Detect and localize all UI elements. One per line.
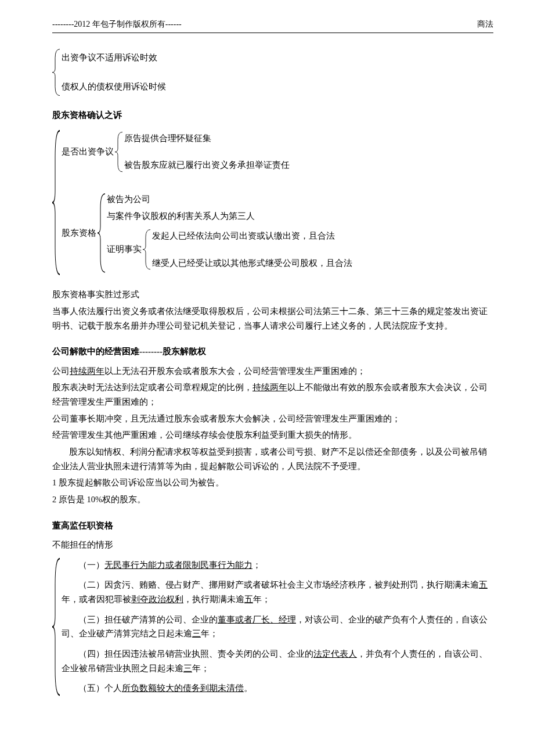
list-item: （二）因贪污、贿赂、侵占财产、挪用财产或者破坏社会主义市场经济秩序，被判处刑罚，…	[62, 578, 493, 606]
brace-icon	[143, 229, 151, 270]
header-right: 商法	[477, 17, 493, 31]
section-heading: 公司解散中的经营困难--------股东解散权	[52, 344, 493, 359]
row-proof: 证明事实 发起人已经依法向公司出资或认缴出资，且合法 继受人已经受让或以其他形式…	[107, 225, 352, 273]
text-line: 1 股东提起解散公司诉讼应当以公司为被告。	[52, 476, 493, 490]
text-line: 2 原告是 10%权的股东。	[52, 492, 493, 507]
brace-icon	[52, 556, 60, 698]
text-line: 不能担任的情形	[52, 538, 493, 552]
text-line: 与案件争议股权的利害关系人为第三人	[107, 209, 352, 224]
row-label: 是否出资争议	[62, 145, 115, 159]
header-left: --------2012 年包子制作版权所有------	[52, 17, 182, 31]
list-item: （三）担任破产清算的公司、企业的董事或者厂长、经理，对该公司、企业的破产负有个人…	[62, 613, 493, 641]
section-heading: 股东资格确认之诉	[52, 108, 493, 123]
page-header: --------2012 年包子制作版权所有------ 商法	[52, 17, 493, 33]
text-line: 经营管理发生其他严重困难，公司继续存续会使股东利益受到重大损失的情形。	[52, 428, 493, 442]
brace-icon	[52, 48, 60, 96]
group-qualification-suit: 是否出资争议 原告提供合理怀疑征集 被告股东应就已履行出资义务承担举证责任 股东…	[52, 128, 493, 278]
list-item: （五）个人所负数额较大的债务到期未清偿。	[62, 681, 493, 696]
group-disqualification: （一）无民事行为能力或者限制民事行为能力； （二）因贪污、贿赂、侵占财产、挪用财…	[52, 556, 493, 698]
text-line: 发起人已经依法向公司出资或认缴出资，且合法	[152, 229, 352, 243]
text-line: 继受人已经受让或以其他形式继受公司股权，且合法	[152, 256, 352, 271]
text-line: 公司持续两年以上无法召开股东会或者股东大会，公司经营管理发生严重困难的；	[52, 364, 493, 379]
brace-icon	[115, 131, 123, 172]
text-line: 公司董事长期冲突，且无法通过股东会或者股东大会解决，公司经营管理发生严重困难的；	[52, 412, 493, 426]
row-shareholder-qual: 股东资格 被告为公司 与案件争议股权的利害关系人为第三人 证明事实	[62, 189, 352, 278]
text-line: 原告提供合理怀疑征集	[124, 131, 290, 146]
brace-icon	[98, 192, 106, 274]
row-label: 股东资格	[62, 226, 98, 240]
text-paragraph: 当事人依法履行出资义务或者依法继受取得股权后，公司未根据公司法第三十二条、第三十…	[52, 304, 493, 333]
row-label: 证明事实	[107, 242, 143, 257]
brace-icon	[52, 128, 60, 278]
group-contribution-dispute: 出资争议不适用诉讼时效 债权人的债权使用诉讼时候	[52, 48, 493, 96]
text-line: 股东资格事实胜过形式	[52, 287, 493, 302]
text-line: 股东表决时无法达到法定或者公司章程规定的比例，持续两年以上不能做出有效的股东会或…	[52, 380, 493, 409]
text-line: 被告为公司	[107, 192, 352, 207]
text-paragraph: 股东以知情权、利润分配请求权等权益受到损害，或者公司亏损、财产不足以偿还全部债务…	[52, 445, 493, 473]
text-line: 债权人的债权使用诉讼时候	[62, 80, 166, 94]
list-item: （一）无民事行为能力或者限制民事行为能力；	[62, 558, 493, 573]
list-item: （四）担任因违法被吊销营业执照、责令关闭的公司、企业的法定代表人，并负有个人责任…	[62, 647, 493, 675]
text-line: 出资争议不适用诉讼时效	[62, 51, 166, 65]
row-dispute-question: 是否出资争议 原告提供合理怀疑征集 被告股东应就已履行出资义务承担举证责任	[62, 128, 352, 176]
text-line: 被告股东应就已履行出资义务承担举证责任	[124, 158, 290, 172]
section-heading: 董高监任职资格	[52, 519, 493, 534]
